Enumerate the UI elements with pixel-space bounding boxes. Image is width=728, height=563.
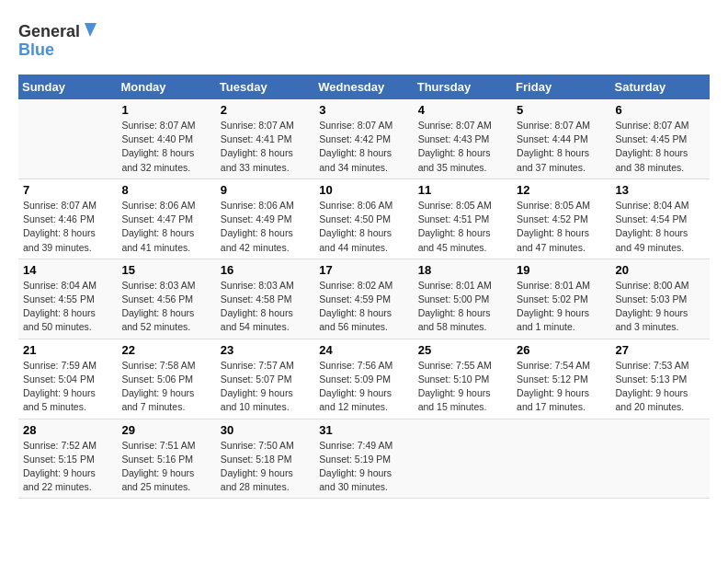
calendar-cell: 1Sunrise: 8:07 AMSunset: 4:40 PMDaylight… (117, 99, 215, 178)
day-number: 7 (23, 183, 112, 197)
calendar-cell: 8Sunrise: 8:06 AMSunset: 4:47 PMDaylight… (117, 178, 215, 259)
day-info: Sunrise: 8:05 AMSunset: 4:51 PMDaylight:… (418, 199, 507, 255)
calendar-cell: 24Sunrise: 7:56 AMSunset: 5:09 PMDayligh… (314, 339, 413, 419)
day-number: 8 (121, 183, 210, 197)
calendar-cell: 15Sunrise: 8:03 AMSunset: 4:56 PMDayligh… (117, 259, 215, 339)
day-number: 27 (616, 343, 705, 357)
day-info: Sunrise: 7:56 AMSunset: 5:09 PMDaylight:… (319, 359, 408, 415)
day-number: 24 (319, 343, 408, 357)
day-info: Sunrise: 8:03 AMSunset: 4:58 PMDaylight:… (221, 279, 310, 335)
calendar-cell (414, 419, 512, 499)
calendar-cell: 3Sunrise: 8:07 AMSunset: 4:42 PMDaylight… (314, 99, 413, 178)
page-header: GeneralBlue (18, 18, 710, 60)
week-row-1: 1Sunrise: 8:07 AMSunset: 4:40 PMDaylight… (18, 99, 710, 178)
day-number: 2 (221, 103, 310, 117)
calendar-cell: 19Sunrise: 8:01 AMSunset: 5:02 PMDayligh… (512, 259, 610, 339)
day-info: Sunrise: 8:07 AMSunset: 4:42 PMDaylight:… (319, 119, 408, 175)
calendar-cell: 22Sunrise: 7:58 AMSunset: 5:06 PMDayligh… (117, 339, 215, 419)
calendar-cell: 29Sunrise: 7:51 AMSunset: 5:16 PMDayligh… (117, 419, 215, 499)
calendar-cell: 28Sunrise: 7:52 AMSunset: 5:15 PMDayligh… (18, 419, 117, 499)
calendar-cell: 2Sunrise: 8:07 AMSunset: 4:41 PMDaylight… (216, 99, 314, 178)
calendar-cell (611, 419, 710, 499)
calendar-cell: 14Sunrise: 8:04 AMSunset: 4:55 PMDayligh… (18, 259, 117, 339)
day-info: Sunrise: 7:57 AMSunset: 5:07 PMDaylight:… (221, 359, 310, 415)
header-day-thursday: Thursday (414, 75, 512, 99)
day-number: 16 (221, 263, 310, 277)
calendar-cell: 26Sunrise: 7:54 AMSunset: 5:12 PMDayligh… (512, 339, 610, 419)
day-info: Sunrise: 8:07 AMSunset: 4:43 PMDaylight:… (418, 119, 507, 175)
day-info: Sunrise: 8:04 AMSunset: 4:55 PMDaylight:… (23, 279, 112, 335)
calendar-cell: 30Sunrise: 7:50 AMSunset: 5:18 PMDayligh… (216, 419, 314, 499)
day-info: Sunrise: 8:07 AMSunset: 4:45 PMDaylight:… (616, 119, 705, 175)
day-number: 6 (616, 103, 705, 117)
calendar-cell: 10Sunrise: 8:06 AMSunset: 4:50 PMDayligh… (314, 178, 413, 259)
calendar-table: SundayMondayTuesdayWednesdayThursdayFrid… (18, 75, 710, 499)
calendar-cell: 13Sunrise: 8:04 AMSunset: 4:54 PMDayligh… (611, 178, 710, 259)
day-info: Sunrise: 8:00 AMSunset: 5:03 PMDaylight:… (616, 279, 705, 335)
day-info: Sunrise: 7:50 AMSunset: 5:18 PMDaylight:… (221, 439, 310, 495)
header-day-friday: Friday (512, 75, 610, 99)
day-info: Sunrise: 8:01 AMSunset: 5:00 PMDaylight:… (418, 279, 507, 335)
svg-text:Blue: Blue (18, 40, 54, 59)
day-info: Sunrise: 7:52 AMSunset: 5:15 PMDaylight:… (23, 439, 112, 495)
day-info: Sunrise: 8:06 AMSunset: 4:50 PMDaylight:… (319, 199, 408, 255)
day-number: 15 (121, 263, 210, 277)
calendar-cell: 25Sunrise: 7:55 AMSunset: 5:10 PMDayligh… (414, 339, 512, 419)
day-number: 29 (121, 423, 210, 437)
day-number: 26 (517, 343, 606, 357)
day-info: Sunrise: 8:03 AMSunset: 4:56 PMDaylight:… (121, 279, 210, 335)
calendar-cell: 7Sunrise: 8:07 AMSunset: 4:46 PMDaylight… (18, 178, 117, 259)
svg-marker-2 (85, 23, 97, 37)
day-info: Sunrise: 7:58 AMSunset: 5:06 PMDaylight:… (121, 359, 210, 415)
day-info: Sunrise: 8:02 AMSunset: 4:59 PMDaylight:… (319, 279, 408, 335)
day-number: 18 (418, 263, 507, 277)
day-number: 9 (221, 183, 310, 197)
logo: GeneralBlue (18, 18, 101, 60)
day-info: Sunrise: 7:49 AMSunset: 5:19 PMDaylight:… (319, 439, 408, 495)
header-day-saturday: Saturday (611, 75, 710, 99)
day-number: 31 (319, 423, 408, 437)
calendar-cell: 6Sunrise: 8:07 AMSunset: 4:45 PMDaylight… (611, 99, 710, 178)
day-number: 11 (418, 183, 507, 197)
calendar-cell: 5Sunrise: 8:07 AMSunset: 4:44 PMDaylight… (512, 99, 610, 178)
calendar-cell: 17Sunrise: 8:02 AMSunset: 4:59 PMDayligh… (314, 259, 413, 339)
calendar-cell: 21Sunrise: 7:59 AMSunset: 5:04 PMDayligh… (18, 339, 117, 419)
day-info: Sunrise: 8:07 AMSunset: 4:44 PMDaylight:… (517, 119, 606, 175)
calendar-cell: 12Sunrise: 8:05 AMSunset: 4:52 PMDayligh… (512, 178, 610, 259)
day-number: 12 (517, 183, 606, 197)
calendar-cell: 4Sunrise: 8:07 AMSunset: 4:43 PMDaylight… (414, 99, 512, 178)
day-number: 10 (319, 183, 408, 197)
week-row-5: 28Sunrise: 7:52 AMSunset: 5:15 PMDayligh… (18, 419, 710, 499)
week-row-3: 14Sunrise: 8:04 AMSunset: 4:55 PMDayligh… (18, 259, 710, 339)
calendar-cell: 18Sunrise: 8:01 AMSunset: 5:00 PMDayligh… (414, 259, 512, 339)
calendar-cell (18, 99, 117, 178)
calendar-cell: 11Sunrise: 8:05 AMSunset: 4:51 PMDayligh… (414, 178, 512, 259)
day-info: Sunrise: 8:06 AMSunset: 4:47 PMDaylight:… (121, 199, 210, 255)
day-number: 17 (319, 263, 408, 277)
calendar-cell: 9Sunrise: 8:06 AMSunset: 4:49 PMDaylight… (216, 178, 314, 259)
header-day-monday: Monday (117, 75, 215, 99)
day-info: Sunrise: 8:05 AMSunset: 4:52 PMDaylight:… (517, 199, 606, 255)
header-row: SundayMondayTuesdayWednesdayThursdayFrid… (18, 75, 710, 99)
day-info: Sunrise: 8:04 AMSunset: 4:54 PMDaylight:… (616, 199, 705, 255)
logo-svg: GeneralBlue (18, 18, 101, 60)
day-number: 13 (616, 183, 705, 197)
day-number: 21 (23, 343, 112, 357)
day-number: 4 (418, 103, 507, 117)
day-number: 1 (121, 103, 210, 117)
day-number: 25 (418, 343, 507, 357)
day-info: Sunrise: 8:07 AMSunset: 4:41 PMDaylight:… (221, 119, 310, 175)
week-row-4: 21Sunrise: 7:59 AMSunset: 5:04 PMDayligh… (18, 339, 710, 419)
day-info: Sunrise: 7:55 AMSunset: 5:10 PMDaylight:… (418, 359, 507, 415)
calendar-body: 1Sunrise: 8:07 AMSunset: 4:40 PMDaylight… (18, 99, 710, 499)
day-number: 3 (319, 103, 408, 117)
day-info: Sunrise: 8:07 AMSunset: 4:46 PMDaylight:… (23, 199, 112, 255)
day-info: Sunrise: 8:01 AMSunset: 5:02 PMDaylight:… (517, 279, 606, 335)
calendar-cell: 16Sunrise: 8:03 AMSunset: 4:58 PMDayligh… (216, 259, 314, 339)
day-info: Sunrise: 7:51 AMSunset: 5:16 PMDaylight:… (121, 439, 210, 495)
day-number: 20 (616, 263, 705, 277)
calendar-cell (512, 419, 610, 499)
header-day-wednesday: Wednesday (314, 75, 413, 99)
day-info: Sunrise: 7:54 AMSunset: 5:12 PMDaylight:… (517, 359, 606, 415)
calendar-header: SundayMondayTuesdayWednesdayThursdayFrid… (18, 75, 710, 99)
